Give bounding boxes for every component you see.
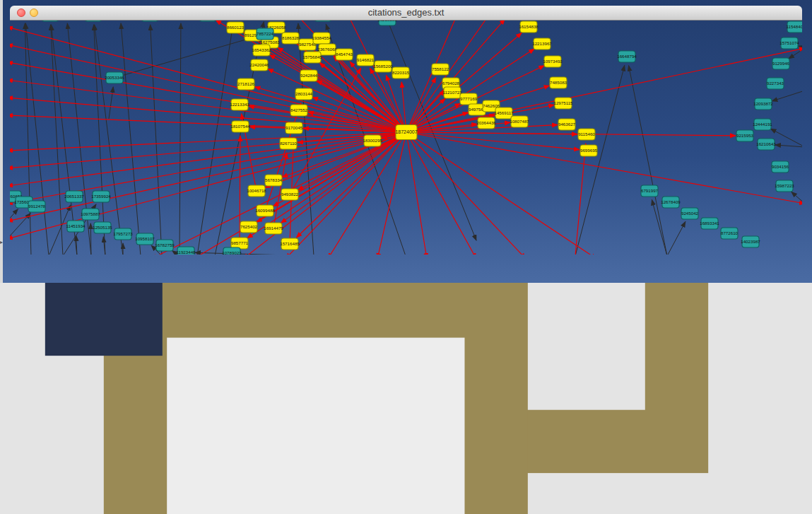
graph-edge-black[interactable]: [195, 252, 314, 255]
graph-node-label: 7558122: [432, 66, 449, 71]
graph-node-label: 15756845: [302, 54, 322, 59]
graph-node-label: 9170045: [286, 125, 303, 130]
network-desktop: ▸ citations_edges.txt 187240078660123891…: [0, 0, 812, 283]
graph-edge-red[interactable]: [328, 132, 406, 255]
graph-edge-red[interactable]: [575, 144, 586, 255]
graph-node-label: 18724007: [395, 129, 417, 134]
graph-edge-red[interactable]: [406, 19, 505, 132]
graph-node-label: 17957273: [113, 231, 133, 236]
graph-node-label: 19384554: [312, 35, 331, 40]
graph-node-label: 12678409: [661, 199, 681, 204]
graph-node-label: 10973493: [543, 59, 563, 64]
hide-panel-arrow-icon[interactable]: ▸: [0, 239, 3, 245]
graph-node-label: 12213967: [532, 41, 552, 46]
graph-edge-red[interactable]: [406, 132, 736, 136]
graph-edge-red[interactable]: [406, 132, 579, 150]
graph-edge-black[interactable]: [51, 25, 63, 255]
graph-edge-black[interactable]: [789, 48, 802, 59]
graph-edge-black[interactable]: [25, 23, 31, 255]
graph-node-label: 16782759: [155, 243, 175, 247]
graph-node-label: 22420046: [249, 62, 269, 67]
graph-edge-black[interactable]: [95, 25, 123, 255]
graph-node-label: 10789023: [222, 250, 242, 255]
graph-node-label: 14569117: [494, 110, 514, 115]
graph-node-label: 16893341: [700, 221, 719, 226]
graph-edge-red[interactable]: [10, 115, 406, 132]
window-title: citations_edges.txt: [10, 7, 802, 18]
graph-edge-red[interactable]: [282, 132, 406, 177]
graph-node-label: 16154838: [519, 24, 539, 29]
graph-edge-black[interactable]: [151, 25, 162, 255]
graph-node-label: 9493822: [281, 192, 299, 197]
graph-node-label: 20651337: [64, 194, 84, 199]
graph-edge-red[interactable]: [194, 132, 406, 255]
graph-node-label: 8220315: [392, 70, 410, 75]
network-canvas[interactable]: 1872400786601238912955182260581627508316…: [10, 6, 802, 257]
graph-node-label: 8660123: [227, 25, 245, 30]
graph-edge-black[interactable]: [109, 87, 113, 119]
graph-edge-black[interactable]: [180, 23, 181, 255]
graph-node-label: 11923448: [176, 250, 196, 255]
graph-edge-black[interactable]: [575, 66, 625, 255]
graph-node-label: 9129946: [772, 61, 790, 66]
graph-node-label: 12975115: [553, 100, 573, 105]
graph-node-label: 7857224: [257, 31, 274, 36]
graph-edge-black[interactable]: [25, 23, 49, 255]
window-titlebar[interactable]: citations_edges.txt: [10, 6, 802, 21]
graph-edge-black[interactable]: [772, 90, 802, 101]
graph-edge-black[interactable]: [775, 145, 802, 147]
graph-node-label: 8772610: [721, 230, 739, 235]
graph-edge-red[interactable]: [377, 132, 406, 255]
graph-node-label: 10807487: [510, 119, 529, 124]
graph-node-label: 9463627: [558, 122, 576, 127]
graph-edge-black[interactable]: [667, 221, 686, 255]
graph-node-label: 9034156: [772, 164, 789, 169]
graph-edge-red[interactable]: [10, 80, 406, 132]
graph-edge-red[interactable]: [296, 132, 406, 238]
graph-node-label: 20053346: [105, 75, 124, 80]
network-view-window[interactable]: citations_edges.txt 18724007866012389129…: [10, 6, 802, 269]
graph-edge-red[interactable]: [406, 48, 802, 132]
graph-node-label: 11210723: [442, 90, 462, 95]
graph-node-label: 9857771: [231, 240, 249, 245]
graph-node-label: 11548408: [786, 24, 802, 29]
graph-edge-black[interactable]: [197, 23, 233, 255]
graph-node-label: 10975887: [81, 211, 100, 216]
graph-node-label: 2803144: [295, 91, 313, 96]
graph-node-label: 16543362: [252, 47, 271, 52]
graph-node-label: 15685200: [373, 64, 393, 69]
graph-node-label: 6791997: [641, 188, 659, 193]
graph-node-label: 8454743: [336, 52, 353, 57]
graph-node-label: 15716485: [280, 241, 300, 246]
graph-edge-red[interactable]: [10, 132, 406, 168]
graph-node-label: 7462606: [483, 103, 500, 108]
citation-network-graph[interactable]: 1872400786601238912955182260581627508316…: [10, 6, 802, 255]
graph-node-label: 7625402: [240, 224, 258, 229]
graph-node-label: 12093872: [753, 101, 773, 106]
graph-node-label: 8267110: [280, 141, 297, 146]
graph-node-label: 5678334: [265, 177, 283, 182]
graph-node-label: 9227343: [767, 81, 784, 86]
graph-edge-red[interactable]: [406, 132, 476, 255]
graph-edge-red[interactable]: [10, 98, 406, 132]
graph-edge-black[interactable]: [629, 66, 667, 255]
graph-node-label: 9245042: [681, 211, 699, 216]
graph-node-label: 8427552: [290, 107, 308, 112]
graph-node-label: 15751074: [779, 40, 799, 45]
graph-node-label: 11451934: [66, 223, 86, 228]
graph-node-label: 10958107: [135, 236, 155, 241]
graph-node-label: 12505135: [93, 225, 112, 230]
graph-edge-black[interactable]: [114, 37, 257, 78]
graph-node-label: 12213343: [230, 102, 249, 107]
graph-node-label: 18300295: [363, 138, 382, 143]
graph-node-label: 16648794: [617, 54, 637, 59]
graph-node-label: 7485083: [550, 80, 567, 85]
graph-node-label: 9115460: [578, 132, 595, 136]
graph-node-label: 23676068: [317, 47, 337, 52]
graph-node-label: 9777169: [460, 96, 478, 101]
graph-node-label: 18107544: [230, 124, 250, 129]
graph-edge-black[interactable]: [798, 46, 802, 48]
graph-node-label: 9699695: [580, 148, 598, 153]
graph-edge-red[interactable]: [406, 132, 596, 255]
graph-node-label: 20364436: [476, 120, 496, 125]
